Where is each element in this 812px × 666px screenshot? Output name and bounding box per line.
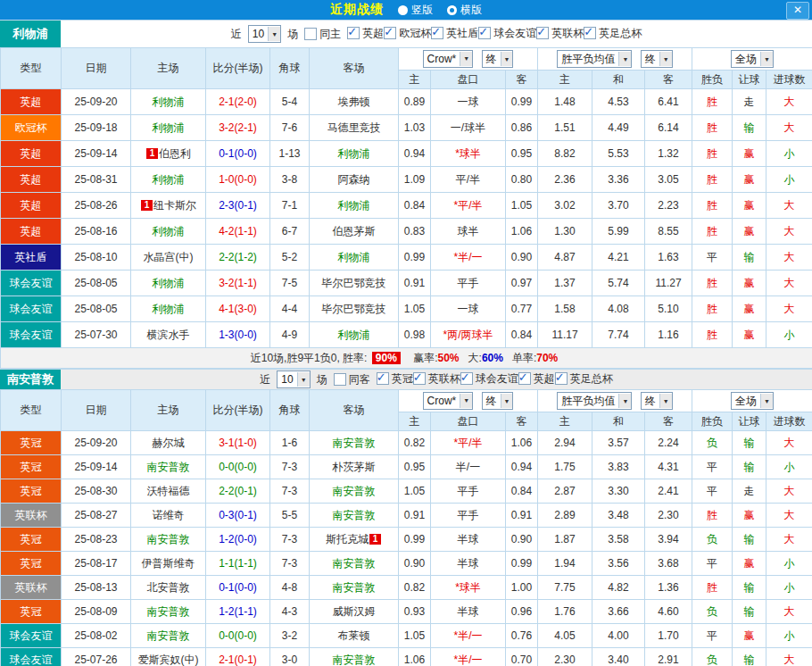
match-row[interactable]: 英冠 25-09-20 赫尔城 3-1(1-0) 1-6 南安普敦 0.82 *…: [1, 431, 812, 455]
euro-avg-select[interactable]: 胜平负均值▼: [557, 50, 632, 68]
score[interactable]: 1-2(1-1): [206, 600, 270, 624]
euro-away-odds: 1.63: [645, 245, 692, 271]
score[interactable]: 4-2(1-1): [206, 219, 270, 245]
match-row[interactable]: 欧冠杯 25-09-18 利物浦 3-2(2-1) 7-6 马德里竞技 1.03…: [1, 115, 812, 141]
corner-score: 6-7: [270, 219, 310, 245]
home-team: 1纽卡斯尔: [131, 193, 206, 219]
score[interactable]: 3-1(1-0): [206, 431, 270, 455]
score[interactable]: 2-1(0-1): [206, 648, 270, 666]
southampton-filters: 近 10▼ 场 同客 英冠英联杯球会友谊英超英足总杯: [61, 370, 812, 389]
col-header-away: 客场: [310, 390, 399, 431]
corner-score: 3-0: [270, 648, 310, 666]
league-checkbox[interactable]: 英联杯: [536, 26, 584, 41]
score[interactable]: 0-1(0-0): [206, 576, 270, 600]
euro-odds-selector-cell: 胜平负均值▼ 终▼: [538, 390, 692, 412]
score[interactable]: 1-3(0-0): [206, 322, 270, 348]
match-row[interactable]: 球会友谊 25-08-05 利物浦 3-2(1-1) 7-5 毕尔巴鄂竞技 0.…: [1, 271, 812, 296]
league-checkbox[interactable]: 英社盾: [431, 26, 478, 41]
score[interactable]: 2-2(1-2): [206, 245, 270, 271]
score[interactable]: 0-0(0-0): [206, 455, 270, 479]
score[interactable]: 3-2(1-1): [206, 271, 270, 296]
league-checkbox[interactable]: 英足总杯: [584, 26, 642, 41]
radio-landscape[interactable]: 横版: [447, 3, 482, 18]
asia-handicap: 平手: [431, 504, 506, 528]
scope-selector-cell: 全场▼: [692, 48, 812, 71]
match-row[interactable]: 英超 25-08-31 利物浦 1-0(0-0) 3-8 阿森纳 1.09 平/…: [1, 167, 812, 193]
col-header-away: 客场: [310, 48, 399, 89]
asia-handicap: 球半: [431, 219, 506, 245]
score[interactable]: 0-3(0-1): [206, 504, 270, 528]
league-checkbox[interactable]: 英超: [347, 26, 384, 41]
same-away-checkbox[interactable]: 同客: [334, 372, 370, 387]
col-header-home: 主场: [131, 48, 206, 89]
near-count-select[interactable]: 10▼: [277, 370, 310, 388]
league-checkbox[interactable]: 球会友谊: [478, 26, 536, 41]
match-row[interactable]: 英超 25-08-16 利物浦 4-2(1-1) 6-7 伯恩茅斯 0.83 球…: [1, 219, 812, 245]
asia-away-odds: 0.80: [506, 167, 538, 193]
score[interactable]: 2-1(2-0): [206, 89, 270, 115]
asia-home-odds: 0.89: [399, 89, 431, 115]
away-team: 南安普敦: [310, 479, 399, 504]
match-row[interactable]: 英冠 25-08-30 沃特福德 2-2(0-1) 7-3 南安普敦 1.05 …: [1, 479, 812, 504]
odds-company-select[interactable]: Crow*▼: [423, 50, 474, 68]
euro-final-select[interactable]: 终▼: [641, 392, 673, 410]
asia-away-odds: 0.86: [506, 115, 538, 141]
euro-draw-odds: 3.56: [592, 552, 645, 576]
score[interactable]: 2-2(0-1): [206, 479, 270, 504]
asia-final-select[interactable]: 终▼: [482, 50, 514, 68]
scope-select[interactable]: 全场▼: [731, 50, 774, 68]
asia-handicap: 半球: [431, 600, 506, 624]
corner-score: 7-6: [270, 115, 310, 141]
league-checkbox[interactable]: 英联杯: [413, 371, 460, 387]
liverpool-section: 利物浦 近 10▼ 场 同主 英超欧冠杯英社盾球会友谊英联杯英足总杯 类型 日期…: [0, 20, 812, 369]
score[interactable]: 0-0(0-0): [206, 624, 270, 648]
match-row[interactable]: 球会友谊 25-07-30 横滨水手 1-3(0-0) 4-9 利物浦 0.98…: [1, 322, 812, 348]
same-home-checkbox[interactable]: 同主: [304, 27, 341, 42]
match-row[interactable]: 球会友谊 25-08-05 利物浦 4-1(3-0) 4-4 毕尔巴鄂竞技 1.…: [1, 296, 812, 322]
euro-away-odds: 3.94: [645, 528, 692, 552]
match-date: 25-09-14: [62, 141, 131, 167]
score[interactable]: 1-2(0-0): [206, 528, 270, 552]
league-checkbox[interactable]: 欧冠杯: [384, 26, 431, 41]
match-row[interactable]: 英超 25-09-14 1伯恩利 0-1(0-0) 1-13 利物浦 0.94 …: [1, 141, 812, 167]
scope-select[interactable]: 全场▼: [731, 392, 774, 410]
col-header-euro-home: 主: [538, 71, 592, 89]
score[interactable]: 2-3(0-1): [206, 193, 270, 219]
match-row[interactable]: 英冠 25-08-17 伊普斯维奇 1-1(1-1) 7-3 南安普敦 0.90…: [1, 552, 812, 576]
euro-final-select[interactable]: 终▼: [641, 50, 673, 68]
league-checkbox[interactable]: 英超: [518, 371, 555, 387]
score[interactable]: 3-2(2-1): [206, 115, 270, 141]
col-header-euro-draw: 和: [592, 71, 645, 89]
match-row[interactable]: 球会友谊 25-08-02 南安普敦 0-0(0-0) 3-2 布莱顿 1.05…: [1, 624, 812, 648]
euro-draw-odds: 5.99: [592, 219, 645, 245]
odds-company-select[interactable]: Crow*▼: [423, 392, 474, 410]
near-count-select[interactable]: 10▼: [248, 25, 281, 43]
score[interactable]: 1-1(1-1): [206, 552, 270, 576]
match-row[interactable]: 英社盾 25-08-10 水晶宫(中) 2-2(1-2) 5-2 利物浦 0.9…: [1, 245, 812, 271]
score[interactable]: 4-1(3-0): [206, 296, 270, 322]
asia-home-odds: 0.95: [399, 455, 431, 479]
league-checkbox[interactable]: 球会友谊: [460, 371, 518, 387]
goals-result: 大: [766, 271, 812, 296]
match-row[interactable]: 英冠 25-09-14 南安普敦 0-0(0-0) 7-3 朴茨茅斯 0.95 …: [1, 455, 812, 479]
match-row[interactable]: 球会友谊 25-07-26 爱斯宾奴(中) 2-1(0-1) 3-0 南安普敦 …: [1, 648, 812, 666]
match-date: 25-08-02: [62, 624, 131, 648]
euro-avg-select[interactable]: 胜平负均值▼: [557, 392, 632, 410]
match-row[interactable]: 英冠 25-08-23 南安普敦 1-2(0-0) 7-3 斯托克城1 0.99…: [1, 528, 812, 552]
league-checkbox[interactable]: 英足总杯: [555, 371, 613, 387]
league-checkbox[interactable]: 英冠: [377, 371, 413, 387]
match-row[interactable]: 英联杯 25-08-13 北安普敦 0-1(0-0) 4-8 南安普敦 0.82…: [1, 576, 812, 600]
match-row[interactable]: 英联杯 25-08-27 诺维奇 0-3(0-1) 5-5 南安普敦 0.91 …: [1, 504, 812, 528]
match-row[interactable]: 英超 25-09-20 利物浦 2-1(2-0) 5-4 埃弗顿 0.89 一球…: [1, 89, 812, 115]
score[interactable]: 1-0(0-0): [206, 167, 270, 193]
radio-portrait[interactable]: 竖版: [398, 3, 433, 18]
col-header-asia-home: 主: [399, 412, 431, 431]
euro-away-odds: 2.91: [645, 648, 692, 666]
close-button[interactable]: ✕: [786, 2, 809, 20]
match-row[interactable]: 英冠 25-08-09 南安普敦 1-2(1-1) 4-3 威斯汉姆 0.93 …: [1, 600, 812, 624]
match-result: 负: [692, 431, 733, 455]
score[interactable]: 0-1(0-0): [206, 141, 270, 167]
match-row[interactable]: 英超 25-08-26 1纽卡斯尔 2-3(0-1) 7-1 利物浦 0.84 …: [1, 193, 812, 219]
goals-result: 大: [766, 504, 812, 528]
asia-final-select[interactable]: 终▼: [482, 392, 514, 410]
